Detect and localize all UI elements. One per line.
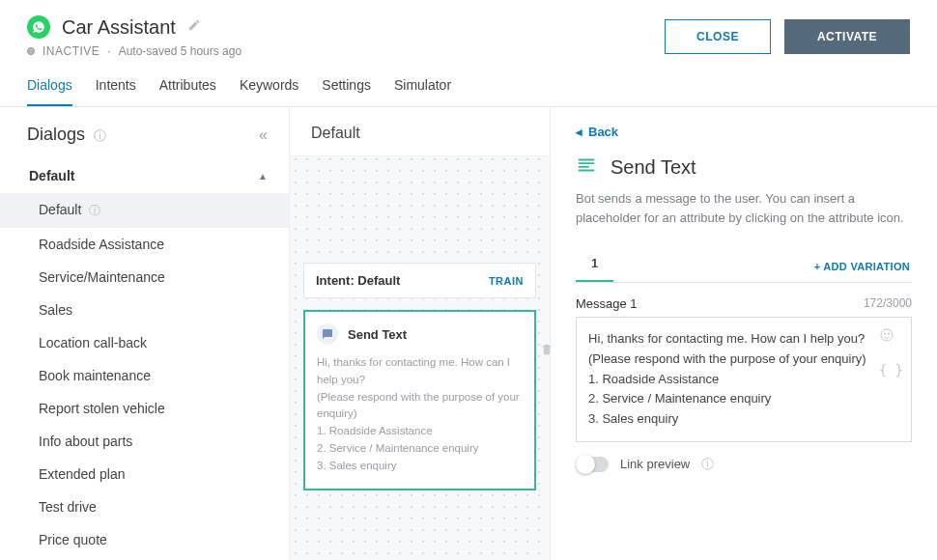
node-body: Hi, thanks for contacting me. How can I … [317, 354, 523, 475]
info-icon: ⓘ [89, 204, 100, 217]
svg-point-1 [884, 333, 885, 334]
svg-point-0 [881, 329, 893, 341]
add-variation-button[interactable]: + ADD VARIATION [812, 251, 912, 282]
send-text-panel-icon [576, 154, 597, 180]
sidebar-item-parts[interactable]: Info about parts [0, 425, 289, 458]
send-text-node[interactable]: Send Text Hi, thanks for contacting me. … [303, 310, 536, 490]
sidebar-item-stolen[interactable]: Report stolen vehicle [0, 392, 289, 425]
link-preview-toggle[interactable] [576, 457, 609, 472]
attribute-icon[interactable]: { } [879, 359, 903, 380]
edit-icon[interactable] [187, 18, 201, 36]
back-button[interactable]: ◂ Back [576, 125, 912, 139]
whatsapp-icon [27, 15, 50, 39]
delete-icon[interactable] [540, 343, 554, 360]
sidebar-item-extended[interactable]: Extended plan [0, 458, 289, 490]
variation-tab-1[interactable]: 1 [576, 246, 613, 282]
tab-dialogs[interactable]: Dialogs [27, 68, 72, 106]
message-input[interactable]: Hi, thanks for contacting me. How can I … [576, 317, 912, 442]
send-text-icon [317, 323, 338, 345]
panel-title: Send Text [610, 156, 696, 179]
sidebar-title: Dialogs [27, 125, 85, 144]
char-count: 172/3000 [864, 296, 912, 311]
right-panel: ◂ Back Send Text Bot sends a message to … [551, 107, 937, 560]
sidebar-item-book[interactable]: Book maintenance [0, 359, 289, 392]
link-preview-label: Link preview [620, 457, 690, 471]
sidebar-item-default[interactable]: Default ⓘ [0, 193, 289, 228]
autosave-label: Auto-saved 5 hours ago [119, 44, 241, 58]
tab-settings[interactable]: Settings [322, 68, 371, 106]
app-title: Car Assistant [62, 16, 176, 39]
sidebar: Dialogs ⓘ « Default ▲ Default ⓘ Roadside… [0, 107, 290, 560]
status-dot [27, 47, 35, 55]
node-title: Send Text [348, 327, 407, 342]
emoji-icon[interactable] [879, 327, 903, 350]
tab-attributes[interactable]: Attributes [159, 68, 216, 106]
tab-simulator[interactable]: Simulator [394, 68, 451, 106]
info-icon[interactable]: ⓘ [94, 128, 106, 143]
sidebar-item-roadside[interactable]: Roadside Assistance [0, 228, 289, 261]
svg-point-2 [888, 333, 889, 334]
activate-button[interactable]: ACTIVATE [784, 19, 910, 54]
sidebar-item-testdrive[interactable]: Test drive [0, 490, 289, 523]
tab-intents[interactable]: Intents [96, 68, 136, 106]
chevron-left-icon: ◂ [576, 125, 582, 139]
panel-desc: Bot sends a message to the user. You can… [576, 189, 904, 227]
close-button[interactable]: CLOSE [665, 19, 771, 54]
intent-label: Intent: Default [316, 273, 400, 288]
sidebar-item-sales[interactable]: Sales [0, 294, 289, 326]
group-default[interactable]: Default ▲ [0, 158, 289, 193]
status-label: INACTIVE [43, 44, 99, 58]
sidebar-item-location[interactable]: Location call-back [0, 326, 289, 359]
group-label: Default [29, 168, 74, 183]
intent-card[interactable]: Intent: Default TRAIN [303, 263, 536, 298]
chevron-up-icon: ▲ [258, 171, 268, 182]
main-tabs: Dialogs Intents Attributes Keywords Sett… [0, 68, 937, 107]
train-button[interactable]: TRAIN [489, 275, 524, 287]
sidebar-item-service[interactable]: Service/Maintenance [0, 261, 289, 294]
sidebar-item-finance[interactable]: Versatility finance [0, 556, 289, 560]
collapse-icon[interactable]: « [259, 126, 268, 144]
canvas-title: Default [311, 125, 530, 142]
sidebar-item-price[interactable]: Price quote [0, 523, 289, 556]
message-label: Message 1 [576, 296, 638, 311]
tab-keywords[interactable]: Keywords [240, 68, 298, 106]
header: Car Assistant INACTIVE · Auto-saved 5 ho… [0, 0, 937, 68]
info-icon[interactable]: ⓘ [701, 456, 714, 473]
canvas: Default Intent: Default TRAIN Send Text … [290, 107, 551, 560]
